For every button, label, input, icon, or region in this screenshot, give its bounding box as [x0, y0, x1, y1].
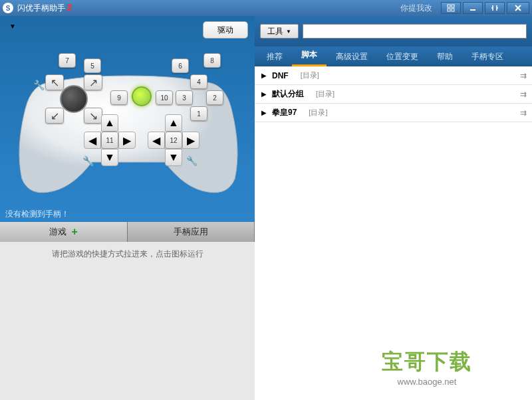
wrench-icon: 🔧 [82, 155, 94, 166]
btn-r1[interactable]: 6 [172, 58, 189, 73]
search-input[interactable] [303, 24, 527, 39]
driver-button[interactable]: 驱动 [203, 21, 248, 39]
app-title: 闪优手柄助手3 [17, 2, 72, 14]
navtab-script[interactable]: 脚本 [292, 45, 327, 66]
more-icon[interactable]: ⇉ [520, 71, 525, 80]
compact-button[interactable] [485, 2, 505, 14]
rstick-up[interactable]: ▲ [165, 114, 182, 132]
rstick-right[interactable]: ▶ [182, 132, 200, 149]
guide-button[interactable] [132, 86, 152, 106]
item-category: [目录] [301, 70, 319, 80]
nav-tabs: 推荐 脚本 高级设置 位置变更 帮助 手柄专区 [255, 47, 532, 66]
btn-r2[interactable]: 8 [203, 53, 221, 68]
item-name: DNF [272, 71, 289, 80]
right-panel: 工具 推荐 脚本 高级设置 位置变更 帮助 手柄专区 ▶ DNF [目录] ⇉ … [255, 16, 532, 400]
item-category: [目录] [316, 89, 334, 99]
btn-x[interactable]: 3 [176, 90, 193, 105]
lstick-ne[interactable]: ↗ [84, 74, 102, 90]
btn-back[interactable]: 9 [110, 90, 128, 105]
app-logo: S [3, 3, 13, 13]
dpad-up[interactable]: ▲ [101, 114, 118, 132]
toolbar: 工具 [255, 16, 532, 47]
dropdown-indicator[interactable]: ▼ [9, 23, 16, 30]
rstick-left[interactable]: ◀ [148, 132, 165, 149]
item-category: [目录] [309, 108, 327, 118]
feedback-link[interactable]: 你提我改 [400, 3, 432, 14]
rstick-down[interactable]: ▼ [165, 149, 182, 166]
btn-y[interactable]: 4 [190, 74, 207, 89]
tab-gamepad-app[interactable]: 手柄应用 [128, 222, 255, 242]
expand-icon: ▶ [261, 72, 267, 79]
btn-rstick-press[interactable]: 12 [165, 132, 182, 149]
list-item[interactable]: ▶ 拳皇97 [目录] ⇉ [255, 104, 532, 122]
dpad-down[interactable]: ▼ [101, 149, 118, 166]
navtab-zone[interactable]: 手柄专区 [462, 47, 513, 66]
navtab-advanced[interactable]: 高级设置 [327, 47, 377, 66]
btn-l1[interactable]: 7 [59, 53, 76, 68]
svg-rect-3 [452, 9, 454, 11]
lstick-nw[interactable]: ↖ [45, 74, 64, 90]
wrench-icon: 🔧 [186, 155, 198, 166]
btn-b[interactable]: 2 [206, 90, 223, 105]
more-icon[interactable]: ⇉ [520, 90, 525, 99]
plus-icon: + [72, 226, 78, 238]
btn-l2[interactable]: 5 [84, 58, 101, 73]
item-name: 拳皇97 [272, 107, 297, 118]
expand-icon: ▶ [261, 90, 267, 98]
navtab-position[interactable]: 位置变更 [377, 47, 428, 66]
svg-rect-1 [452, 5, 454, 7]
expand-icon: ▶ [261, 109, 267, 116]
tools-dropdown[interactable]: 工具 [260, 24, 299, 39]
tab-game[interactable]: 游戏+ [0, 222, 128, 242]
left-stick[interactable] [60, 85, 88, 113]
script-list: ▶ DNF [目录] ⇉ ▶ 默认分组 [目录] ⇉ ▶ 拳皇97 [目录] ⇉ [255, 66, 532, 400]
wrench-icon: 🔧 [33, 80, 45, 90]
more-icon[interactable]: ⇉ [520, 108, 525, 118]
close-button[interactable] [507, 2, 529, 14]
controller-diagram: 7 5 6 8 ↖ ↗ ↙ ↘ 🔧 9 10 4 3 2 1 ▲ ◀ 11 ▶ … [12, 49, 245, 202]
game-dropzone[interactable]: 请把游戏的快捷方式拉进来，点击图标运行 [0, 242, 255, 400]
btn-lstick-press[interactable]: 11 [101, 132, 118, 149]
status-text: 没有检测到手柄！ [5, 209, 69, 220]
titlebar: S 闪优手柄助手3 你提我改 [0, 0, 532, 16]
dpad-left[interactable]: ◀ [84, 132, 101, 149]
lstick-sw[interactable]: ↙ [45, 108, 64, 124]
navtab-help[interactable]: 帮助 [428, 47, 462, 66]
minimize-button[interactable] [463, 2, 483, 14]
navtab-recommend[interactable]: 推荐 [257, 47, 292, 66]
btn-start[interactable]: 10 [156, 90, 173, 105]
lstick-se[interactable]: ↘ [84, 108, 102, 124]
item-name: 默认分组 [272, 88, 304, 100]
btn-a[interactable]: 1 [190, 106, 207, 121]
svg-rect-2 [448, 9, 450, 11]
settings-button[interactable] [441, 2, 461, 14]
list-item[interactable]: ▶ 默认分组 [目录] ⇉ [255, 85, 532, 104]
dpad-right[interactable]: ▶ [118, 132, 136, 149]
left-panel: ▼ 驱动 7 5 6 8 ↖ ↗ ↙ ↘ 🔧 [0, 16, 255, 400]
left-tabs: 游戏+ 手柄应用 [0, 222, 255, 242]
list-item[interactable]: ▶ DNF [目录] ⇉ [255, 66, 532, 85]
svg-rect-0 [448, 5, 450, 7]
